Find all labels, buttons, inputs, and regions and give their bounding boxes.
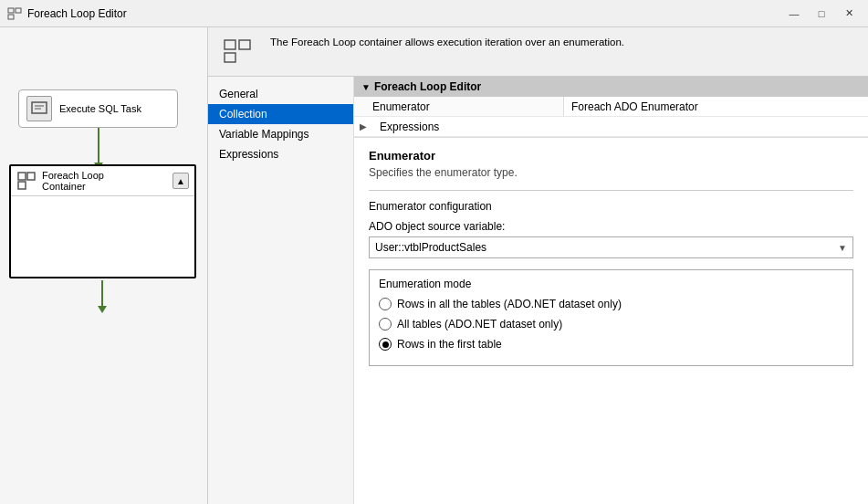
radio-row-all-tables-rows[interactable]: Rows in all the tables (ADO.NET dataset … — [379, 298, 843, 310]
enumerator-value[interactable]: Foreach ADO Enumerator — [564, 97, 868, 116]
enumeration-mode-group: Enumeration mode Rows in all the tables … — [369, 269, 853, 366]
ado-source-label: ADO object source variable: — [369, 220, 853, 233]
props-section: ▼ Foreach Loop Editor Enumerator Foreach… — [354, 77, 868, 138]
config-description: Specifies the enumerator type. — [369, 166, 853, 179]
ado-source-value: User::vtblProductSales — [375, 241, 486, 254]
radio-label-all-tables-rows: Rows in all the tables (ADO.NET dataset … — [397, 298, 622, 310]
connector-arrow-1 — [98, 128, 99, 164]
editor-panel: The Foreach Loop container allows execut… — [208, 27, 868, 504]
editor-header: The Foreach Loop container allows execut… — [208, 27, 868, 77]
expressions-key: Expressions — [372, 118, 446, 136]
svg-rect-1 — [16, 8, 21, 13]
main-content: Execute SQL Task Foreach LoopContainer ▲ — [0, 27, 868, 504]
radio-row-first-table[interactable]: Rows in the first table — [379, 338, 843, 351]
svg-rect-8 — [18, 182, 26, 189]
minimize-button[interactable]: — — [782, 5, 806, 23]
editor-nav: General Collection Variable Mappings Exp… — [208, 77, 354, 504]
svg-rect-0 — [8, 8, 14, 13]
nav-item-expressions[interactable]: Expressions — [208, 144, 353, 164]
expressions-row: ▶ Expressions — [354, 117, 868, 137]
container-icon — [16, 171, 37, 191]
radio-label-all-tables: All tables (ADO.NET dataset only) — [397, 318, 562, 331]
radio-label-first-table: Rows in the first table — [397, 338, 502, 351]
execute-sql-task-label: Execute SQL Task — [59, 102, 141, 115]
svg-rect-7 — [27, 173, 35, 180]
nav-item-collection[interactable]: Collection — [208, 104, 353, 124]
radio-all-tables[interactable] — [379, 318, 392, 331]
config-section-title: Enumerator configuration — [369, 200, 853, 213]
config-title: Enumerator — [369, 149, 853, 163]
svg-rect-9 — [225, 40, 235, 49]
container-label: Foreach LoopContainer — [42, 170, 104, 192]
close-button[interactable]: ✕ — [837, 5, 861, 23]
svg-rect-10 — [239, 40, 250, 49]
nav-item-general[interactable]: General — [208, 84, 353, 104]
connector-arrow-2 — [101, 280, 103, 308]
container-node-header: Foreach LoopContainer ▲ — [11, 166, 194, 196]
nav-item-variable-mappings[interactable]: Variable Mappings — [208, 124, 353, 144]
ado-source-dropdown[interactable]: User::vtblProductSales ▼ — [369, 236, 853, 258]
editor-content: ▼ Foreach Loop Editor Enumerator Foreach… — [354, 77, 868, 504]
svg-rect-6 — [18, 173, 26, 180]
foreach-editor-icon — [7, 6, 22, 21]
editor-description: The Foreach Loop container allows execut… — [270, 35, 624, 49]
title-bar-controls: — □ ✕ — [782, 5, 861, 23]
radio-row-all-tables[interactable]: All tables (ADO.NET dataset only) — [379, 318, 843, 331]
props-section-title: Foreach Loop Editor — [374, 80, 481, 93]
config-divider — [369, 190, 853, 191]
enum-mode-title: Enumeration mode — [379, 278, 843, 290]
svg-rect-2 — [8, 15, 14, 19]
container-expand-button[interactable]: ▲ — [173, 173, 189, 189]
dropdown-arrow-icon: ▼ — [838, 243, 847, 253]
radio-all-tables-rows[interactable] — [379, 298, 392, 310]
props-collapse-icon: ▼ — [361, 82, 371, 92]
props-section-header[interactable]: ▼ Foreach Loop Editor — [354, 77, 868, 97]
radio-first-table[interactable] — [379, 338, 392, 351]
svg-rect-3 — [32, 102, 47, 113]
title-bar: Foreach Loop Editor — □ ✕ — [0, 0, 868, 27]
foreach-loop-container-node[interactable]: Foreach LoopContainer ▲ — [9, 164, 196, 278]
ado-source-dropdown-row: User::vtblProductSales ▼ — [369, 236, 853, 258]
maximize-button[interactable]: □ — [810, 5, 833, 23]
enumerator-row: Enumerator Foreach ADO Enumerator — [354, 97, 868, 117]
sql-task-icon — [26, 96, 52, 121]
title-bar-left: Foreach Loop Editor — [7, 6, 127, 21]
canvas-area: Execute SQL Task Foreach LoopContainer ▲ — [0, 27, 208, 504]
editor-body: General Collection Variable Mappings Exp… — [208, 77, 868, 504]
svg-rect-11 — [225, 53, 235, 62]
enumerator-key: Enumerator — [354, 97, 564, 116]
execute-sql-task-node[interactable]: Execute SQL Task — [18, 89, 178, 128]
expressions-expand-icon[interactable]: ▶ — [354, 119, 372, 134]
config-section: Enumerator Specifies the enumerator type… — [354, 138, 868, 504]
dialog-title: Foreach Loop Editor — [27, 7, 127, 20]
editor-desc-icon — [223, 37, 252, 68]
